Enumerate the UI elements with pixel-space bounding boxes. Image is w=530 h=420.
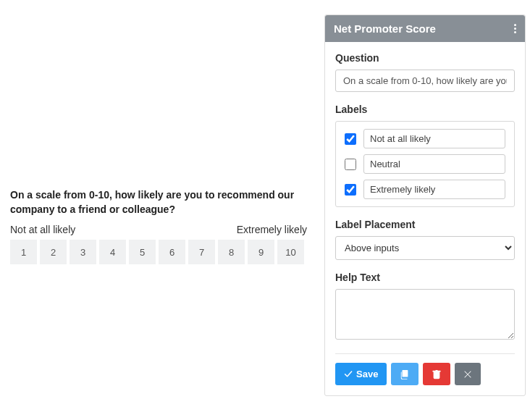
label-text-0[interactable] [363, 129, 505, 148]
panel-header: Net Promoter Score [325, 15, 525, 42]
save-button[interactable]: Save [335, 363, 387, 385]
nps-preview: On a scale from 0-10, how likely are you… [10, 188, 314, 264]
labels-box [335, 121, 515, 207]
trash-icon [432, 369, 442, 379]
settings-panel: Net Promoter Score Question Labels [324, 14, 526, 396]
label-checkbox-2[interactable] [345, 184, 356, 196]
copy-icon [400, 369, 410, 379]
save-button-label: Save [356, 369, 378, 379]
question-input[interactable] [335, 70, 515, 92]
labels-label: Labels [335, 104, 515, 115]
placement-select[interactable]: Above inputs [335, 236, 515, 260]
label-text-1[interactable] [363, 154, 505, 174]
copy-button[interactable] [391, 363, 418, 385]
label-item-2 [345, 180, 505, 199]
label-text-2[interactable] [363, 180, 505, 199]
close-icon [463, 370, 472, 379]
divider [335, 353, 515, 354]
preview-scale: 1 2 3 4 5 6 7 8 9 10 [10, 240, 307, 264]
delete-button[interactable] [423, 363, 450, 385]
help-textarea[interactable] [335, 289, 515, 340]
scale-btn-8[interactable]: 8 [218, 240, 245, 264]
scale-btn-2[interactable]: 2 [40, 240, 67, 264]
label-checkbox-1[interactable] [345, 159, 356, 170]
label-checkbox-0[interactable] [345, 133, 356, 145]
check-icon [344, 370, 353, 379]
label-item-0 [345, 129, 505, 148]
scale-btn-6[interactable]: 6 [159, 240, 185, 264]
panel-title: Net Promoter Score [334, 22, 436, 35]
scale-btn-5[interactable]: 5 [129, 240, 156, 264]
more-options-icon[interactable] [514, 24, 516, 33]
preview-label-row: Not at all likely Extremely likely [10, 224, 307, 235]
preview-label-low: Not at all likely [10, 224, 75, 235]
label-item-1 [345, 154, 505, 174]
scale-btn-7[interactable]: 7 [188, 240, 215, 264]
preview-label-high: Extremely likely [237, 224, 307, 235]
preview-question: On a scale from 0-10, how likely are you… [10, 188, 314, 217]
scale-btn-9[interactable]: 9 [248, 240, 274, 264]
action-bar: Save [335, 363, 515, 385]
scale-btn-1[interactable]: 1 [10, 240, 37, 264]
scale-btn-3[interactable]: 3 [70, 240, 96, 264]
scale-btn-4[interactable]: 4 [99, 240, 126, 264]
close-button[interactable] [455, 363, 481, 385]
scale-btn-10[interactable]: 10 [277, 240, 304, 264]
question-label: Question [335, 52, 515, 64]
help-label: Help Text [335, 272, 515, 283]
placement-label: Label Placement [335, 219, 515, 230]
